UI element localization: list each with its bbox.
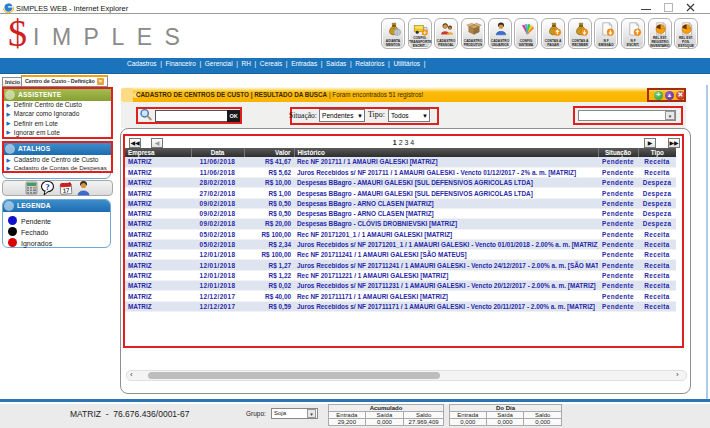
svg-text:17: 17 <box>63 187 71 193</box>
svg-text:?: ? <box>45 182 50 192</box>
